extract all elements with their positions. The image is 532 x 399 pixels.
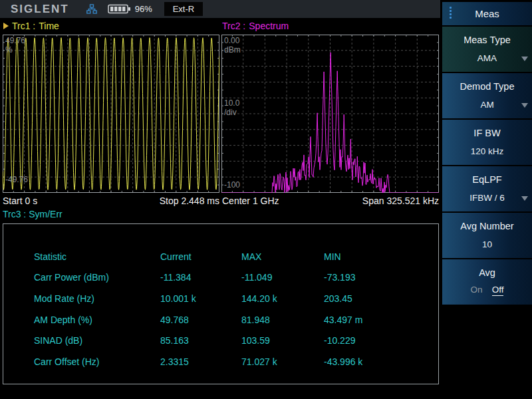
stop-label: Stop 2.448 ms [160,196,219,207]
table-cell: -10.229 [324,330,438,351]
battery-percent: 96% [135,4,152,14]
col-header-current: Current [160,246,241,267]
spectrum-axis-labels: Center 1 GHz Span 325.521 kHz [222,196,439,207]
spectrum-plot [221,35,439,193]
menu-header-label: Meas [475,8,499,19]
start-label: Start 0 s [3,196,37,207]
menu-header-meas[interactable]: Meas [442,2,532,25]
table-cell: 43.497 m [324,309,438,331]
table-row-label: AM Depth (%) [34,309,160,331]
softkey-meas-type[interactable]: Meas Type AMA [442,27,532,72]
softkey-eqlpf[interactable]: EqLPF IFBW / 6 [442,166,532,211]
symerr-table: Statistic Current MAX MIN Carr Power (dB… [3,223,439,384]
avg-on-option[interactable]: On [471,285,483,296]
softkey-avg-toggle[interactable]: Avg On Off [442,259,532,305]
trc1-name: Time [39,21,59,31]
softkey-if-bw[interactable]: IF BW 120 kHz [442,120,532,165]
softkey-menu: Meas Meas Type AMA Demod Type AM IF BW 1… [440,0,532,399]
menu-dots-icon[interactable] [450,7,452,19]
top-status-bar: SIGLENT 96% Ext-R [0,0,440,18]
active-trace-arrow-icon [3,23,9,29]
table-cell: -73.193 [324,267,438,289]
table-cell: -43.996 k [324,351,438,372]
col-header-statistic: Statistic [34,246,160,267]
dropdown-arrow-icon [521,57,528,61]
softkey-avg-number[interactable]: Avg Number 10 [442,213,532,258]
table-row-label: Carr Power (dBm) [34,267,160,289]
trc1-title: Trc1 : Time [3,21,59,31]
table-row-label: Carr Offset (Hz) [34,351,160,372]
table-cell: 81.948 [241,309,324,331]
table-row-label: Mod Rate (Hz) [34,288,160,309]
table-cell: -11.384 [160,267,241,289]
trc1-label: Trc1 : [12,21,35,31]
battery-icon: 96% [108,4,152,14]
analyzer-screen: SIGLENT 96% Ext-R Trc1 : Time [0,0,532,399]
center-freq-label: Center 1 GHz [222,196,279,207]
table-cell: 71.027 k [241,351,324,372]
trc2-label: Trc2 : [222,21,245,31]
dropdown-arrow-icon [521,196,528,201]
trc2-name: Spectrum [249,21,289,31]
table-cell: 10.001 k [160,288,241,309]
avg-off-option[interactable]: Off [492,285,504,296]
table-row-label: SINAD (dB) [34,330,160,351]
span-label: Span 325.521 kHz [362,196,439,207]
softkey-demod-type[interactable]: Demod Type AM [442,73,532,118]
table-cell: 203.45 [324,288,438,309]
trc2-title: Trc2 : Spectrum [222,21,289,31]
ext-ref-badge: Ext-R [164,2,203,16]
table-cell: 85.163 [160,330,241,351]
lan-network-icon [86,4,97,15]
col-header-min: MIN [324,246,438,267]
table-cell: 2.3315 [160,351,241,372]
siglent-logo: SIGLENT [11,3,69,16]
table-cell: 144.20 k [241,288,324,309]
table-cell: 103.59 [241,330,324,351]
time-domain-plot [3,35,219,193]
trc3-title: Trc3 : Sym/Err [3,209,63,219]
table-cell: -11.049 [241,267,324,289]
dropdown-arrow-icon [521,103,528,108]
col-header-max: MAX [241,246,324,267]
table-cell: 49.768 [160,309,241,331]
time-axis-labels: Start 0 s Stop 2.448 ms [3,196,219,207]
